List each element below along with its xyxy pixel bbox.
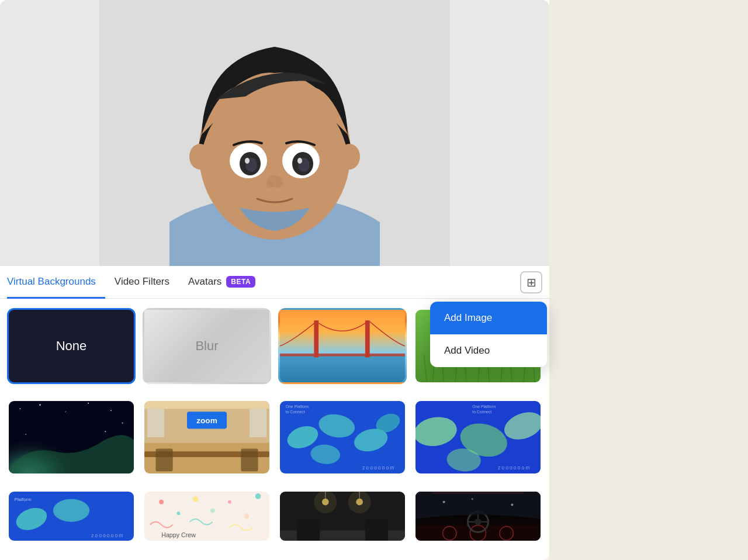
add-video-item[interactable]: Add Video <box>430 334 547 367</box>
svg-point-5 <box>339 144 360 170</box>
svg-rect-20 <box>365 320 370 357</box>
svg-rect-55 <box>250 409 266 437</box>
svg-rect-19 <box>314 320 318 357</box>
main-panel: Virtual Backgrounds Video Filters Avatar… <box>0 0 549 560</box>
svg-point-39 <box>88 402 89 403</box>
svg-rect-96 <box>365 519 388 541</box>
svg-text:zoom: zoom <box>196 416 217 424</box>
svg-text:to Connect: to Connect <box>286 410 305 414</box>
background-tile-bridge[interactable] <box>278 308 407 384</box>
background-tile-blur[interactable]: Blur <box>143 308 271 384</box>
svg-point-82 <box>210 509 215 513</box>
svg-text:to Connect: to Connect <box>472 410 491 414</box>
tab-avatars[interactable]: Avatars BETA <box>179 267 265 299</box>
svg-point-36 <box>19 408 20 409</box>
beta-badge: BETA <box>226 276 255 288</box>
add-image-label: Add Image <box>444 312 492 323</box>
background-tile-space[interactable] <box>7 399 136 475</box>
svg-point-83 <box>228 500 231 504</box>
svg-text:One Platform: One Platform <box>472 405 496 409</box>
svg-point-109 <box>443 501 445 503</box>
svg-point-92 <box>314 492 337 513</box>
side-panel <box>549 0 748 560</box>
svg-rect-18 <box>280 355 405 382</box>
svg-rect-21 <box>280 354 405 357</box>
svg-point-15 <box>266 181 274 188</box>
svg-point-37 <box>39 404 40 405</box>
svg-text:Happy Crew: Happy Crew <box>161 531 196 538</box>
svg-text:zoooooom: zoooooom <box>498 465 531 471</box>
svg-text:zoooooom: zoooooom <box>91 533 124 538</box>
background-tile-zoom-blue[interactable]: One Platform to Connect zoooooom <box>278 399 407 475</box>
add-video-label: Add Video <box>444 345 490 356</box>
add-dropdown-menu: Add Image Add Video <box>430 302 547 367</box>
svg-point-105 <box>475 518 482 526</box>
preview-area <box>0 0 549 266</box>
tab-virtual-backgrounds[interactable]: Virtual Backgrounds <box>7 267 105 299</box>
background-tile-platform[interactable]: Platform zoooooom <box>7 490 136 542</box>
svg-point-84 <box>244 514 249 518</box>
svg-text:One Platform: One Platform <box>286 405 309 409</box>
svg-point-111 <box>511 504 513 506</box>
tabs-bar: Virtual Backgrounds Video Filters Avatar… <box>0 266 549 299</box>
background-tile-limo[interactable] <box>414 490 542 542</box>
tab-avatars-label: Avatars <box>188 276 221 288</box>
background-tile-office[interactable]: zoom <box>143 399 271 475</box>
svg-rect-95 <box>297 519 320 541</box>
background-tile-none[interactable]: None <box>7 308 136 384</box>
svg-point-80 <box>176 512 180 516</box>
svg-point-85 <box>255 493 261 499</box>
add-image-item[interactable]: Add Image <box>430 302 547 334</box>
svg-rect-52 <box>155 448 172 471</box>
svg-point-12 <box>245 158 250 164</box>
svg-point-110 <box>472 499 473 500</box>
svg-point-13 <box>297 158 302 164</box>
tab-virtual-backgrounds-label: Virtual Backgrounds <box>7 276 96 288</box>
svg-rect-54 <box>147 409 164 437</box>
plus-icon: ⊞ <box>527 275 536 289</box>
svg-point-75 <box>53 499 89 522</box>
svg-point-16 <box>275 181 283 188</box>
svg-point-81 <box>193 496 199 502</box>
avatar-preview <box>99 0 450 266</box>
background-tile-happy-crew[interactable]: Happy Crew <box>143 490 271 542</box>
background-tile-dark-interior[interactable] <box>278 490 407 542</box>
tab-video-filters[interactable]: Video Filters <box>105 267 179 299</box>
add-background-button[interactable]: ⊞ Add Image Add Video <box>520 271 542 293</box>
svg-rect-48 <box>144 401 269 409</box>
tab-video-filters-label: Video Filters <box>115 276 169 288</box>
svg-point-4 <box>189 144 210 170</box>
svg-text:zoooooom: zoooooom <box>362 465 395 471</box>
blur-label: Blur <box>195 310 218 382</box>
svg-rect-53 <box>241 448 258 471</box>
svg-point-43 <box>105 431 106 432</box>
svg-point-79 <box>159 500 164 504</box>
svg-point-38 <box>65 411 66 412</box>
svg-text:Platform: Platform <box>15 497 32 502</box>
background-tile-zoom-green[interactable]: One Platform to Connect zoooooom <box>414 399 542 475</box>
none-label: None <box>56 310 87 382</box>
svg-point-93 <box>348 492 371 513</box>
